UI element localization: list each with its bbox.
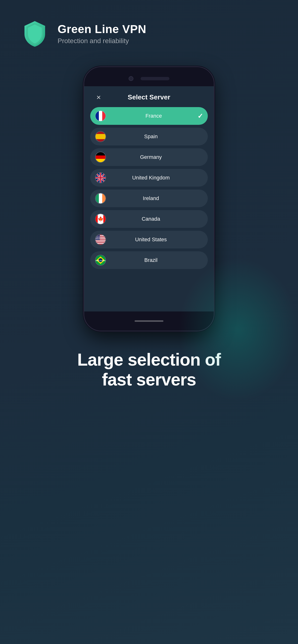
svg-text:★★★: ★★★ <box>95 238 100 240</box>
server-item-ireland[interactable]: Ireland <box>90 190 208 207</box>
flag-spain <box>95 131 106 142</box>
svg-rect-31 <box>103 214 106 224</box>
phone-speaker <box>140 77 169 80</box>
server-item-germany[interactable]: Germany <box>90 148 208 166</box>
svg-rect-13 <box>95 159 106 162</box>
server-item-canada[interactable]: 🍁 Canada <box>90 210 208 228</box>
server-name-spain: Spain <box>110 134 192 140</box>
svg-rect-38 <box>95 240 106 240</box>
server-item-united-kingdom[interactable]: United Kingdom <box>90 169 208 187</box>
server-item-france[interactable]: France ✓ <box>90 107 208 125</box>
flag-canada: 🍁 <box>95 214 106 224</box>
svg-rect-12 <box>95 156 106 159</box>
app-title-group: Green Line VPN Protection and reliabilit… <box>58 22 146 45</box>
phone-mockup: × Select Server <box>0 67 298 330</box>
server-name-canada: Canada <box>110 216 192 222</box>
tagline-line1: Large selection of <box>77 350 221 369</box>
close-icon: × <box>96 94 101 101</box>
svg-rect-27 <box>102 193 106 204</box>
server-name-united-states: United States <box>110 236 192 243</box>
svg-rect-5 <box>102 111 106 121</box>
svg-rect-9 <box>95 134 106 139</box>
server-name-brazil: Brazil <box>110 257 192 263</box>
flag-ireland <box>95 193 106 204</box>
svg-text:🍁: 🍁 <box>98 216 104 222</box>
server-name-france: France <box>110 113 198 119</box>
close-button[interactable]: × <box>94 92 103 102</box>
svg-rect-40 <box>95 243 106 244</box>
server-list: France ✓ Spain <box>89 107 209 269</box>
tagline-line2: fast servers <box>102 370 196 389</box>
bottom-tagline: Large selection of fast servers <box>0 330 298 404</box>
flag-united-kingdom <box>95 172 106 183</box>
server-name-germany: Germany <box>110 154 192 160</box>
shield-icon <box>22 19 48 48</box>
flag-germany <box>95 152 106 163</box>
app-subtitle: Protection and reliability <box>58 37 146 45</box>
phone-camera <box>129 76 133 81</box>
home-indicator <box>135 320 163 322</box>
svg-rect-23 <box>95 177 106 178</box>
svg-rect-35 <box>95 235 106 236</box>
svg-rect-26 <box>99 193 102 204</box>
server-name-united-kingdom: United Kingdom <box>110 175 192 181</box>
screen-header: × Select Server <box>89 86 209 107</box>
phone-frame: × Select Server <box>84 67 214 330</box>
svg-rect-25 <box>95 193 99 204</box>
svg-rect-4 <box>99 111 102 121</box>
svg-rect-11 <box>95 152 106 156</box>
server-item-united-states[interactable]: ★★★ ★★★ United States <box>90 231 208 248</box>
svg-rect-3 <box>95 111 99 121</box>
app-header: Green Line VPN Protection and reliabilit… <box>0 0 298 62</box>
flag-france <box>95 110 106 122</box>
server-item-spain[interactable]: Spain <box>90 128 208 146</box>
phone-screen: × Select Server <box>84 86 214 312</box>
app-title: Green Line VPN <box>58 22 146 36</box>
flag-united-states: ★★★ ★★★ <box>95 234 106 245</box>
phone-top-bar <box>84 67 214 86</box>
flag-brazil: ORDEM E PROGRESSO <box>95 255 106 266</box>
server-name-ireland: Ireland <box>110 195 192 202</box>
svg-text:ORDEM E PROGRESSO: ORDEM E PROGRESSO <box>95 260 106 262</box>
phone-bottom-bar <box>84 312 214 330</box>
server-item-brazil[interactable]: ORDEM E PROGRESSO Brazil <box>90 251 208 269</box>
svg-rect-39 <box>95 242 106 242</box>
screen-title: Select Server <box>128 94 170 101</box>
check-icon: ✓ <box>198 112 203 120</box>
